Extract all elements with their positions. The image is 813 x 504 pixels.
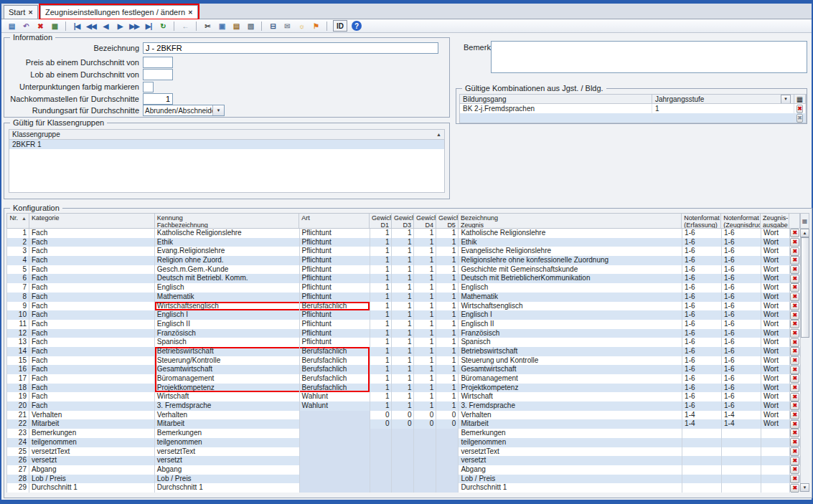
cell-d4[interactable]: 1 bbox=[414, 374, 436, 384]
column-header-d4[interactable]: GewichtD4 bbox=[414, 214, 436, 228]
cell-ken[interactable]: Büromanagement bbox=[155, 374, 300, 384]
cell-bez[interactable]: Gesamtwirtschaft bbox=[459, 365, 682, 374]
tab-zeugniseinstellungen[interactable]: Zeugniseinstellungen festlegen / ändern … bbox=[40, 5, 198, 19]
cell-nf1[interactable]: 1-6 bbox=[682, 256, 722, 265]
cell-ken[interactable]: Englisch bbox=[155, 283, 300, 293]
column-header-art[interactable]: Art bbox=[299, 214, 370, 228]
cell-kat[interactable]: Fach bbox=[29, 356, 155, 366]
cell-d3[interactable] bbox=[392, 447, 414, 457]
cell-d4[interactable] bbox=[414, 483, 436, 493]
bemerkung-textarea[interactable] bbox=[491, 41, 807, 73]
scroll-down-icon[interactable]: ▼ bbox=[800, 483, 809, 492]
cell-d5[interactable]: 1 bbox=[436, 329, 459, 338]
konfiguration-row[interactable]: 1FachKatholische ReligionslehrePflichtun… bbox=[7, 229, 800, 238]
cell-d5[interactable] bbox=[436, 438, 459, 447]
cell-nf2[interactable]: 1-6 bbox=[722, 293, 761, 302]
konfiguration-row[interactable]: 6FachDeutsch mit Betriebl. Komm.Pflichtu… bbox=[7, 274, 800, 283]
help-icon[interactable]: ? bbox=[352, 21, 362, 31]
cell-ken[interactable]: Steuerung/Kontrolle bbox=[155, 356, 300, 366]
cell-kat[interactable]: Fach bbox=[29, 310, 155, 320]
cell-d1[interactable]: 1 bbox=[370, 283, 393, 293]
cell-kat[interactable]: Fach bbox=[29, 374, 155, 384]
delete-row-button[interactable]: ✖ bbox=[790, 411, 799, 419]
cell-nf1[interactable]: 1-6 bbox=[682, 265, 722, 275]
cell-ken[interactable]: Mitarbeit bbox=[155, 419, 300, 429]
cell-nf1[interactable]: 1-6 bbox=[682, 238, 722, 247]
column-header-d1[interactable]: GewichtD1 bbox=[370, 214, 392, 228]
cell-nf1[interactable]: 1-6 bbox=[682, 347, 722, 356]
cell-ken[interactable]: Projektkompetenz bbox=[155, 384, 300, 393]
cell-art[interactable] bbox=[300, 411, 370, 420]
cell-d1[interactable] bbox=[370, 483, 393, 493]
cell-kat[interactable]: Fach bbox=[29, 247, 155, 256]
delete-row-button[interactable]: ✖ bbox=[790, 329, 799, 338]
konfiguration-row[interactable]: 20Fach3. FremdspracheWahlunt11113. Fremd… bbox=[7, 401, 800, 411]
cell-bez[interactable]: Abgang bbox=[459, 465, 682, 475]
cell-d1[interactable]: 1 bbox=[370, 347, 393, 356]
delete-row-button[interactable]: ✖ bbox=[790, 275, 799, 283]
cell-d3[interactable] bbox=[392, 483, 414, 493]
cell-d5[interactable]: 1 bbox=[436, 392, 459, 401]
delete-row-button[interactable]: ✖ bbox=[790, 475, 799, 483]
cell-nf2[interactable] bbox=[722, 456, 761, 465]
cell-art[interactable]: Pflichtunt bbox=[300, 238, 370, 247]
cell-bez[interactable]: Mitarbeit bbox=[459, 419, 682, 429]
cell-d3[interactable]: 1 bbox=[392, 310, 414, 320]
cell-ausg[interactable]: Wort bbox=[761, 338, 790, 347]
cell-d1[interactable]: 1 bbox=[370, 229, 393, 238]
cell-nf1[interactable]: 1-6 bbox=[682, 320, 722, 329]
cell-d5[interactable]: 1 bbox=[436, 302, 459, 311]
cell-d5[interactable] bbox=[436, 475, 459, 484]
cell-art[interactable] bbox=[300, 465, 370, 475]
konfiguration-row[interactable]: 27AbgangAbgangAbgang✖ bbox=[7, 465, 800, 475]
cell-bez[interactable]: Steuerung und Kontrolle bbox=[459, 356, 682, 366]
cell-kat[interactable]: Lob / Preis bbox=[29, 475, 155, 484]
cell-bez[interactable]: 3. Fremdsprache bbox=[459, 401, 682, 411]
cell-nf1[interactable]: 1-6 bbox=[682, 247, 722, 256]
column-header-bez[interactable]: BezeichnungZeugnis bbox=[459, 214, 682, 228]
delete-row-button[interactable]: ✖ bbox=[790, 283, 799, 292]
cell-bildungsgang[interactable] bbox=[460, 113, 652, 123]
cell-nf2[interactable]: 1-6 bbox=[722, 283, 761, 293]
delete-row-button[interactable]: ✖ bbox=[790, 366, 799, 374]
cell-ken[interactable]: Mathematik bbox=[155, 293, 300, 302]
cell-nf2[interactable]: 1-6 bbox=[722, 229, 761, 238]
chevron-down-icon[interactable]: ▼ bbox=[781, 95, 791, 104]
cell-nf1[interactable] bbox=[682, 483, 722, 493]
delete-row-button[interactable]: ✖ bbox=[796, 114, 803, 123]
cell-ken[interactable]: Englisch II bbox=[155, 320, 300, 329]
cell-bez[interactable]: Englisch bbox=[459, 283, 682, 293]
cell-d5[interactable] bbox=[436, 447, 459, 457]
cell-d3[interactable]: 0 bbox=[392, 419, 414, 429]
rundungsart-select[interactable]: Abrunden/Abschneiden ▼ bbox=[143, 105, 225, 116]
delete-row-button[interactable]: ✖ bbox=[790, 457, 799, 465]
cell-d3[interactable]: 1 bbox=[392, 374, 414, 384]
bezeichnung-input[interactable] bbox=[143, 42, 438, 54]
konfiguration-row[interactable]: 7FachEnglischPflichtunt1111Englisch1-61-… bbox=[7, 283, 800, 293]
konfiguration-row[interactable]: 10FachEnglisch IPflichtunt1111Englisch I… bbox=[7, 310, 800, 320]
konfiguration-row[interactable]: 9FachWirtschaftsenglischBerufsfachlich11… bbox=[7, 302, 800, 311]
konfiguration-row[interactable]: 23BemerkungenBemerkungenBemerkungen✖ bbox=[7, 429, 800, 438]
konfiguration-row[interactable]: 2FachEthikPflichtunt1111Ethik1-61-6Wort✖ bbox=[7, 238, 800, 247]
column-header-ausg[interactable]: Zeugnis-ausgabe bbox=[761, 214, 789, 228]
delete-icon[interactable]: ✖ bbox=[34, 20, 47, 32]
cell-nf1[interactable]: 1-6 bbox=[682, 392, 722, 401]
cell-d4[interactable] bbox=[414, 465, 436, 475]
cell-d5[interactable] bbox=[436, 456, 459, 465]
delete-row-button[interactable]: ✖ bbox=[790, 484, 799, 493]
cell-d1[interactable] bbox=[370, 447, 393, 457]
cell-d5[interactable] bbox=[436, 465, 459, 475]
cell-d4[interactable]: 1 bbox=[414, 347, 436, 356]
cell-nf1[interactable]: 1-6 bbox=[682, 401, 722, 411]
cell-nf1[interactable]: 1-6 bbox=[682, 274, 722, 283]
cell-ken[interactable]: Wirtschaft bbox=[155, 392, 300, 401]
cell-ken[interactable]: teilgenommen bbox=[155, 438, 300, 447]
cell-bez[interactable]: Büromanagement bbox=[459, 374, 682, 384]
cell-d3[interactable]: 1 bbox=[392, 320, 414, 329]
tab-start[interactable]: Start ✕ bbox=[4, 5, 38, 19]
cell-ken[interactable]: Lob / Preis bbox=[155, 475, 300, 484]
cell-d1[interactable]: 1 bbox=[370, 320, 393, 329]
cell-bez[interactable]: Geschichte mit Gemeinschaftskunde bbox=[459, 265, 682, 275]
cell-art[interactable]: Berufsfachlich bbox=[300, 365, 370, 374]
cell-d5[interactable]: 1 bbox=[436, 265, 459, 275]
